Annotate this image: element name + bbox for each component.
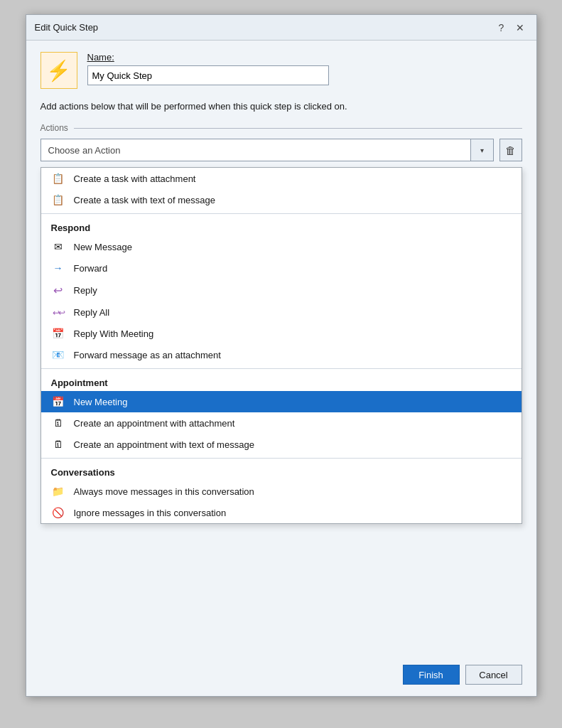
menu-item-appt-attach-label: Create an appointment with attachment xyxy=(74,418,235,429)
menu-item-move-conversation-label: Always move messages in this conversatio… xyxy=(74,486,254,497)
actions-divider: Actions xyxy=(40,123,522,133)
reply-meeting-icon: 📅 xyxy=(51,328,65,339)
chevron-down-icon: ▾ xyxy=(480,146,484,154)
action-row: Choose an Action ▾ 🗑 xyxy=(40,139,522,161)
separator-1 xyxy=(41,213,522,214)
menu-item-forward-attachment[interactable]: 📧 Forward message as an attachment xyxy=(41,344,522,365)
description-text: Add actions below that will be performed… xyxy=(40,100,522,113)
actions-section: Actions Choose an Action ▾ 🗑 xyxy=(40,123,522,161)
menu-item-new-meeting[interactable]: 📅 New Meeting xyxy=(41,391,522,412)
replyall-icon: ↩↩ xyxy=(51,308,65,318)
menu-item-move-conversation[interactable]: 📁 Always move messages in this conversat… xyxy=(41,481,522,502)
actions-label: Actions xyxy=(40,123,68,133)
separator-3 xyxy=(41,458,522,459)
menu-item-appt-attach[interactable]: 🗓 Create an appointment with attachment xyxy=(41,412,522,434)
appointment-category: Appointment xyxy=(41,372,522,391)
finish-button[interactable]: Finish xyxy=(403,665,460,685)
forward-attach-icon: 📧 xyxy=(51,349,65,360)
menu-item-forward-attachment-label: Forward message as an attachment xyxy=(74,350,221,360)
dialog-body: ⚡ Name: Add actions below that will be p… xyxy=(26,41,536,658)
menu-item-ignore-conversation-label: Ignore messages in this conversation xyxy=(74,508,227,518)
menu-item-appt-text[interactable]: 🗓 Create an appointment with text of mes… xyxy=(41,434,522,455)
task-attach-icon: 📋 xyxy=(51,173,65,184)
action-dropdown[interactable]: Choose an Action ▾ xyxy=(40,139,494,161)
divider-line xyxy=(74,128,522,129)
ignore-icon: 🚫 xyxy=(51,507,65,518)
menu-item-new-message-label: New Message xyxy=(74,242,132,252)
envelope-icon: ✉ xyxy=(51,241,65,252)
help-button[interactable]: ? xyxy=(494,20,509,36)
separator-2 xyxy=(41,368,522,369)
menu-item-ignore-conversation[interactable]: 🚫 Ignore messages in this conversation xyxy=(41,502,522,523)
title-bar-left: Edit Quick Step xyxy=(35,22,99,33)
conversations-category: Conversations xyxy=(41,461,522,481)
menu-item-reply-label: Reply xyxy=(74,285,97,296)
menu-item-task-text-label: Create a task with text of message xyxy=(74,195,215,205)
menu-item-task-attach-label: Create a task with attachment xyxy=(74,173,196,184)
task-text-icon: 📋 xyxy=(51,194,65,205)
menu-item-task-attach[interactable]: 📋 Create a task with attachment xyxy=(41,168,522,189)
reply-icon: ↩ xyxy=(51,284,65,297)
new-meeting-icon: 📅 xyxy=(51,396,65,407)
title-bar-right: ? ✕ xyxy=(494,20,528,36)
cancel-button[interactable]: Cancel xyxy=(465,665,522,685)
respond-category: Respond xyxy=(41,217,522,236)
menu-item-appt-text-label: Create an appointment with text of messa… xyxy=(74,439,254,450)
menu-item-new-meeting-label: New Meeting xyxy=(74,397,128,407)
title-bar: Edit Quick Step ? ✕ xyxy=(26,15,536,41)
menu-item-forward[interactable]: → Forward xyxy=(41,257,522,279)
menu-item-reply[interactable]: ↩ Reply xyxy=(41,279,522,302)
quick-step-icon: ⚡ xyxy=(40,52,77,89)
menu-item-reply-meeting-label: Reply With Meeting xyxy=(74,328,154,339)
name-label: Name: xyxy=(87,52,329,63)
menu-item-new-message[interactable]: ✉ New Message xyxy=(41,236,522,257)
name-section: ⚡ Name: xyxy=(40,52,522,89)
menu-item-task-text[interactable]: 📋 Create a task with text of message xyxy=(41,189,522,210)
menu-item-forward-label: Forward xyxy=(74,263,108,274)
edit-quick-step-dialog: Edit Quick Step ? ✕ ⚡ Name: Add actions … xyxy=(26,14,537,697)
close-button[interactable]: ✕ xyxy=(512,20,528,36)
move-icon: 📁 xyxy=(51,486,65,497)
menu-item-reply-meeting[interactable]: 📅 Reply With Meeting xyxy=(41,323,522,344)
forward-icon: → xyxy=(51,262,65,274)
name-field-group: Name: xyxy=(87,52,329,85)
dropdown-arrow-button[interactable]: ▾ xyxy=(470,139,493,161)
trash-icon: 🗑 xyxy=(505,144,516,156)
dropdown-text: Choose an Action xyxy=(41,145,470,156)
menu-item-reply-all[interactable]: ↩↩ Reply All xyxy=(41,302,522,323)
footer-buttons: Finish Cancel xyxy=(26,658,536,696)
dialog-title: Edit Quick Step xyxy=(35,22,99,33)
name-input[interactable] xyxy=(87,65,329,85)
appt-attach-icon: 🗓 xyxy=(51,417,65,429)
delete-action-button[interactable]: 🗑 xyxy=(499,139,522,161)
action-dropdown-menu: 📋 Create a task with attachment 📋 Create… xyxy=(40,167,522,524)
appt-text-icon: 🗓 xyxy=(51,439,65,450)
menu-item-reply-all-label: Reply All xyxy=(74,307,110,318)
